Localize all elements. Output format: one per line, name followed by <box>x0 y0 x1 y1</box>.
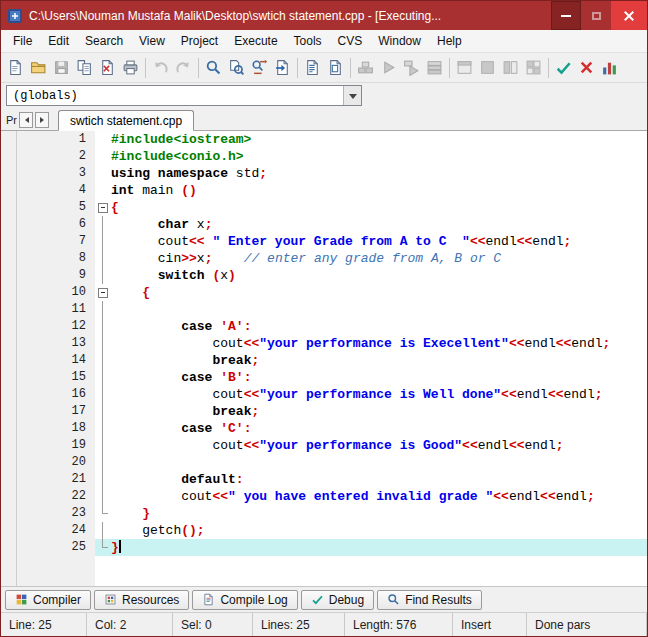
abort-compilation-button[interactable] <box>575 56 598 80</box>
find-button[interactable] <box>202 56 225 80</box>
menu-edit[interactable]: Edit <box>40 31 77 51</box>
code-line-12[interactable]: 12 case 'A': <box>17 318 647 335</box>
code-line-2[interactable]: 2#include<conio.h> <box>17 148 647 165</box>
fold-toggle-icon[interactable] <box>95 199 111 216</box>
globals-combo[interactable]: (globals) <box>6 85 362 106</box>
debug-button <box>453 56 476 80</box>
run-button <box>377 56 400 80</box>
code-line-7[interactable]: 7 cout<< " Enter your Grade from A to C … <box>17 233 647 250</box>
profile-analysis-button[interactable] <box>598 56 621 80</box>
code-line-21[interactable]: 21 default: <box>17 471 647 488</box>
debug-check-icon <box>311 593 324 606</box>
redo-button <box>172 56 195 80</box>
menu-cvs[interactable]: CVS <box>330 31 371 51</box>
fold-margin <box>95 267 111 284</box>
code-line-25[interactable]: 25} <box>17 539 647 556</box>
code-line-10[interactable]: 10 { <box>17 284 647 301</box>
menu-window[interactable]: Window <box>370 31 429 51</box>
toolbar-separator <box>548 58 549 78</box>
minimize-icon <box>561 15 571 17</box>
project-panel-collapsed[interactable] <box>1 131 17 586</box>
code-text: break; <box>111 352 647 369</box>
close-file-button[interactable] <box>96 56 119 80</box>
toggle-bookmark-button[interactable] <box>324 56 347 80</box>
line-number: 15 <box>17 369 95 386</box>
toggle-bookmark-icon <box>327 59 344 76</box>
code-line-18[interactable]: 18 case 'C': <box>17 420 647 437</box>
line-number: 1 <box>17 131 95 148</box>
chevron-down-icon[interactable] <box>343 86 361 105</box>
code-editor[interactable]: 1#include<iostream>2#include<conio.h>3us… <box>17 131 647 586</box>
line-number: 14 <box>17 352 95 369</box>
code-line-9[interactable]: 9 switch (x) <box>17 267 647 284</box>
fold-margin <box>95 318 111 335</box>
code-line-14[interactable]: 14 break; <box>17 352 647 369</box>
find-in-files-button[interactable] <box>225 56 248 80</box>
code-line-1[interactable]: 1#include<iostream> <box>17 131 647 148</box>
print-button[interactable] <box>119 56 142 80</box>
maximize-button[interactable] <box>581 1 611 30</box>
code-line-24[interactable]: 24 getch(); <box>17 522 647 539</box>
minimize-button[interactable] <box>551 1 581 30</box>
close-button[interactable] <box>611 1 647 30</box>
debug-icon <box>456 59 473 76</box>
code-line-3[interactable]: 3using namespace std; <box>17 165 647 182</box>
panel-scroll-right-button[interactable] <box>35 112 49 128</box>
replace-icon <box>251 59 268 76</box>
menu-project[interactable]: Project <box>173 31 226 51</box>
panel-scroll-left-button[interactable] <box>19 112 33 128</box>
fold-margin <box>95 233 111 250</box>
panel-tab-compile-log[interactable]: Compile Log <box>192 590 297 610</box>
panel-tab-debug[interactable]: Debug <box>301 590 374 610</box>
window-title: C:\Users\Nouman Mustafa Malik\Desktop\sw… <box>29 9 545 23</box>
code-text <box>111 454 647 471</box>
code-text: { <box>111 199 647 216</box>
code-line-17[interactable]: 17 break; <box>17 403 647 420</box>
code-text: #include<iostream> <box>111 131 647 148</box>
status-lines: Lines: 25 <box>253 613 345 636</box>
panel-tab-compiler[interactable]: Compiler <box>5 590 91 610</box>
fold-margin <box>95 369 111 386</box>
status-length: Length: 576 <box>345 613 453 636</box>
menu-help[interactable]: Help <box>429 31 470 51</box>
code-line-15[interactable]: 15 case 'B': <box>17 369 647 386</box>
new-source-button[interactable] <box>4 56 27 80</box>
code-line-5[interactable]: 5{ <box>17 199 647 216</box>
code-line-22[interactable]: 22 cout<<" you have entered invalid grad… <box>17 488 647 505</box>
menu-file[interactable]: File <box>5 31 40 51</box>
code-line-20[interactable]: 20 <box>17 454 647 471</box>
panel-tab-find-results[interactable]: Find Results <box>377 590 482 610</box>
code-line-4[interactable]: 4int main () <box>17 182 647 199</box>
code-line-13[interactable]: 13 cout<<"your performance is Execellent… <box>17 335 647 352</box>
code-line-19[interactable]: 19 cout<<"your performance is Good"<<end… <box>17 437 647 454</box>
code-line-16[interactable]: 16 cout<<"your performance is Well done"… <box>17 386 647 403</box>
code-line-6[interactable]: 6 char x; <box>17 216 647 233</box>
panel-tab-resources[interactable]: Resources <box>94 590 189 610</box>
fold-margin <box>95 471 111 488</box>
status-col: Col: 2 <box>87 613 173 636</box>
open-file-button[interactable] <box>27 56 50 80</box>
compile-button <box>354 56 377 80</box>
menu-tools[interactable]: Tools <box>286 31 330 51</box>
replace-button[interactable] <box>248 56 271 80</box>
fold-margin <box>95 165 111 182</box>
save-all-button[interactable] <box>73 56 96 80</box>
fold-toggle-icon[interactable] <box>95 284 111 301</box>
rebuild-icon <box>426 59 443 76</box>
tab-swtich-statement-cpp[interactable]: swtich statement.cpp <box>58 110 194 131</box>
status-parse-status: Done pars <box>527 613 647 636</box>
code-line-23[interactable]: 23 } <box>17 505 647 522</box>
goto-line-button[interactable] <box>271 56 294 80</box>
code-line-11[interactable]: 11 <box>17 301 647 318</box>
syntax-check-button[interactable] <box>552 56 575 80</box>
title-bar: C:\Users\Nouman Mustafa Malik\Desktop\sw… <box>1 1 647 30</box>
app-window: C:\Users\Nouman Mustafa Malik\Desktop\sw… <box>0 0 648 637</box>
compile-icon <box>357 59 374 76</box>
code-text: cout<<"your performance is Good"<<endl<<… <box>111 437 647 454</box>
menu-view[interactable]: View <box>131 31 173 51</box>
insert-button[interactable] <box>301 56 324 80</box>
code-line-8[interactable]: 8 cin>>x; // enter any grade from A, B o… <box>17 250 647 267</box>
menu-execute[interactable]: Execute <box>226 31 285 51</box>
stop-execution-button <box>476 56 499 80</box>
menu-search[interactable]: Search <box>77 31 131 51</box>
